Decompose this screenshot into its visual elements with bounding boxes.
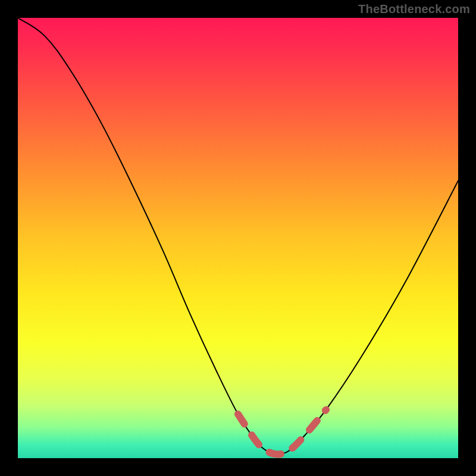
watermark-label: TheBottleneck.com: [358, 2, 470, 16]
curve-layer: [18, 18, 458, 458]
chart-frame: TheBottleneck.com: [0, 0, 476, 476]
optimal-zone-highlight: [238, 410, 326, 455]
plot-area: [18, 18, 458, 458]
bottleneck-curve: [18, 18, 458, 455]
